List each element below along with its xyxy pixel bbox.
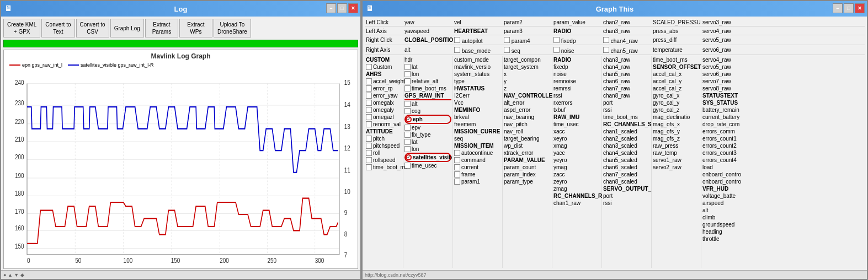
gps-lon-cb[interactable] bbox=[404, 146, 411, 152]
omegazl-cb[interactable] bbox=[366, 114, 372, 120]
accel-weight-cb[interactable] bbox=[366, 78, 372, 84]
upload-droneshare-btn[interactable]: Upload To DroneShare bbox=[214, 19, 251, 37]
mission-item-section: MISSION_ITEM bbox=[454, 142, 501, 149]
pitchspeed-cb[interactable] bbox=[366, 143, 372, 149]
error-rp-row: error_rp bbox=[366, 85, 402, 92]
gps-lon-row: lon bbox=[404, 146, 451, 153]
base-mode-cb[interactable] bbox=[454, 47, 460, 53]
fixedp-cb[interactable] bbox=[553, 37, 560, 43]
yeyro-val: yeyro bbox=[553, 157, 600, 164]
lon-row2: lon bbox=[404, 71, 451, 78]
lon-cb2[interactable] bbox=[404, 71, 411, 77]
wp-dist-val: wp_dist bbox=[504, 142, 551, 149]
svg-text:180: 180 bbox=[15, 189, 24, 197]
rollspeed-row: rollspeed bbox=[366, 157, 402, 164]
target-compon-val: target_compon bbox=[504, 56, 551, 63]
pitchspeed-row: pitchspeed bbox=[366, 142, 402, 149]
custom-section: CUSTOM bbox=[366, 56, 402, 63]
close-button[interactable]: ✕ bbox=[348, 3, 358, 13]
custom-checkbox[interactable] bbox=[366, 64, 372, 70]
convert-csv-btn[interactable]: Convert to CSV bbox=[76, 19, 109, 37]
frame-cb[interactable] bbox=[454, 171, 460, 177]
log-toolbar: Create KML + GPX Convert to Text Convert… bbox=[1, 17, 360, 39]
gps-lat-cb[interactable] bbox=[404, 139, 411, 145]
legend-color-blue bbox=[68, 64, 79, 66]
i2cerr-val: I2Cerr bbox=[454, 92, 501, 99]
svg-text:8: 8 bbox=[344, 229, 348, 238]
log-window: 🖥 Log – □ ✕ Create KML + GPX Convert to … bbox=[0, 0, 361, 280]
svg-text:160: 160 bbox=[15, 224, 24, 232]
param1-cb[interactable] bbox=[454, 179, 460, 185]
right-click-label: Right Click bbox=[366, 37, 404, 44]
chan5-cb[interactable] bbox=[603, 47, 609, 53]
errors-count4-val: errors_count4 bbox=[702, 157, 750, 164]
param-type-val: param_type bbox=[504, 178, 551, 185]
graphthis-titlebar: 🖥 Graph This – □ ✕ bbox=[363, 1, 867, 17]
remnoise-val: remnoise bbox=[553, 78, 600, 85]
time-boot-ms-row2: time_boot_ms bbox=[404, 85, 451, 92]
svg-text:150: 150 bbox=[171, 256, 180, 265]
renorm-val-cb[interactable] bbox=[366, 121, 372, 127]
roll-cb[interactable] bbox=[366, 150, 372, 156]
graphthis-maximize-btn[interactable]: □ bbox=[844, 3, 854, 13]
command-cb[interactable] bbox=[454, 157, 460, 163]
omegaly-cb[interactable] bbox=[366, 107, 372, 113]
extract-wps-btn[interactable]: Extract WPs bbox=[179, 19, 212, 37]
minimize-button[interactable]: – bbox=[326, 3, 336, 13]
chan4-cb[interactable] bbox=[603, 37, 609, 43]
graph-log-btn[interactable]: Graph Log bbox=[110, 19, 144, 37]
omegazl-row: omegazl bbox=[366, 114, 402, 121]
time-usec-cb2[interactable] bbox=[404, 163, 411, 169]
current-cb[interactable] bbox=[454, 164, 460, 170]
chan8-raw-val: chan8_raw bbox=[603, 92, 650, 99]
omegalx-cb[interactable] bbox=[366, 100, 372, 106]
servo6-raw-label: servo6_raw bbox=[702, 47, 752, 54]
progress-bar bbox=[3, 40, 358, 47]
convert-text-btn[interactable]: Convert to Text bbox=[41, 19, 74, 37]
param3-label: param3 bbox=[504, 28, 553, 34]
seq-cb[interactable] bbox=[504, 47, 510, 53]
epv-cb[interactable] bbox=[404, 125, 411, 131]
col5: RADIO fixedp noise remnoise remrssi rssi… bbox=[552, 56, 602, 268]
chan5-raw-label: chan5_raw bbox=[603, 47, 653, 54]
graphthis-close-btn[interactable]: ✕ bbox=[855, 3, 865, 13]
create-kml-btn[interactable]: Create KML + GPX bbox=[3, 19, 40, 37]
svg-text:12: 12 bbox=[344, 144, 350, 152]
chan1-scaled-val: chan1_scaled bbox=[603, 128, 650, 135]
legend-label-red: epn gps_raw_int_l bbox=[22, 62, 62, 68]
heartbeat-label: HEARTBEAT bbox=[454, 28, 504, 34]
param-value-header: param_value bbox=[553, 19, 603, 25]
raw-temp-val: raw_temp bbox=[653, 149, 700, 157]
eph-cb[interactable] bbox=[406, 116, 412, 122]
time-boot-cb[interactable] bbox=[366, 164, 372, 170]
svg-text:100: 100 bbox=[124, 256, 133, 265]
error-rp-cb[interactable] bbox=[366, 85, 372, 91]
autocontinue-cb[interactable] bbox=[454, 150, 460, 156]
svg-text:300: 300 bbox=[315, 256, 324, 265]
graphthis-icon: 🖥 bbox=[366, 4, 374, 13]
error-yaw-cb[interactable] bbox=[366, 93, 372, 99]
pitch-cb[interactable] bbox=[366, 136, 372, 142]
time-boot-cb2[interactable] bbox=[404, 85, 411, 91]
zeyro-val: zeyro bbox=[553, 178, 600, 185]
cog-cb[interactable] bbox=[404, 108, 411, 114]
nav-roll-val: nav_roll bbox=[504, 128, 551, 135]
maximize-button[interactable]: □ bbox=[337, 3, 347, 13]
sat-visib-cb[interactable] bbox=[406, 154, 412, 160]
press-abs-label: press_abs bbox=[653, 28, 702, 34]
lat-cb2[interactable] bbox=[404, 64, 411, 70]
log-title: Log bbox=[174, 5, 188, 13]
gps-alt-cb[interactable] bbox=[404, 101, 411, 107]
noise-cb[interactable] bbox=[553, 47, 560, 53]
roll-row: roll bbox=[366, 149, 402, 157]
fix-type-cb[interactable] bbox=[404, 132, 411, 138]
graphthis-minimize-btn[interactable]: – bbox=[833, 3, 843, 13]
extract-params-btn[interactable]: Extract Params bbox=[145, 19, 178, 37]
param4-cb[interactable] bbox=[504, 37, 510, 43]
rollspeed-cb[interactable] bbox=[366, 157, 372, 163]
mavlink-versio-val: mavlink_versio bbox=[454, 63, 501, 71]
autopilot-cb[interactable] bbox=[454, 37, 460, 43]
rel-alt-cb[interactable] bbox=[404, 78, 411, 84]
xmag-val: xmag bbox=[553, 142, 600, 149]
zacc-val: zacc bbox=[553, 171, 600, 178]
